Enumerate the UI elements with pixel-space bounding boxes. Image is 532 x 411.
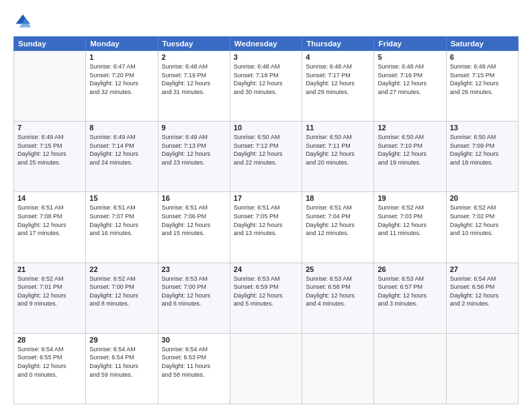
calendar-cell: 23Sunrise: 6:53 AM Sunset: 7:00 PM Dayli… — [158, 263, 230, 333]
calendar-week-row: 14Sunrise: 6:51 AM Sunset: 7:08 PM Dayli… — [14, 192, 519, 263]
calendar-cell: 10Sunrise: 6:50 AM Sunset: 7:12 PM Dayli… — [230, 122, 302, 192]
day-info: Sunrise: 6:48 AM Sunset: 7:17 PM Dayligh… — [306, 62, 370, 96]
weekday-header-wednesday: Wednesday — [230, 37, 302, 51]
day-number: 7 — [17, 124, 82, 132]
calendar-cell: 15Sunrise: 6:51 AM Sunset: 7:07 PM Dayli… — [86, 192, 158, 263]
day-number: 21 — [17, 265, 82, 273]
calendar-cell — [14, 51, 86, 122]
weekday-header-saturday: Saturday — [446, 37, 518, 51]
day-number: 27 — [450, 265, 515, 273]
calendar-week-row: 1Sunrise: 6:47 AM Sunset: 7:20 PM Daylig… — [14, 51, 519, 122]
day-number: 24 — [234, 265, 298, 273]
calendar-header: SundayMondayTuesdayWednesdayThursdayFrid… — [14, 37, 519, 51]
day-info: Sunrise: 6:51 AM Sunset: 7:07 PM Dayligh… — [89, 203, 154, 237]
day-number: 19 — [378, 194, 442, 202]
day-number: 28 — [17, 336, 82, 344]
day-number: 29 — [89, 336, 154, 344]
calendar-cell: 4Sunrise: 6:48 AM Sunset: 7:17 PM Daylig… — [302, 51, 374, 122]
calendar-week-row: 28Sunrise: 6:54 AM Sunset: 6:55 PM Dayli… — [14, 333, 519, 404]
weekday-header-thursday: Thursday — [302, 37, 374, 51]
day-info: Sunrise: 6:53 AM Sunset: 6:59 PM Dayligh… — [234, 275, 298, 308]
calendar-cell: 24Sunrise: 6:53 AM Sunset: 6:59 PM Dayli… — [230, 263, 302, 333]
day-info: Sunrise: 6:53 AM Sunset: 7:00 PM Dayligh… — [162, 275, 226, 308]
calendar-cell — [302, 333, 374, 404]
day-info: Sunrise: 6:51 AM Sunset: 7:05 PM Dayligh… — [234, 203, 298, 237]
calendar-cell: 29Sunrise: 6:54 AM Sunset: 6:54 PM Dayli… — [86, 333, 158, 404]
day-info: Sunrise: 6:50 AM Sunset: 7:11 PM Dayligh… — [306, 133, 370, 167]
day-info: Sunrise: 6:51 AM Sunset: 7:04 PM Dayligh… — [306, 203, 370, 237]
day-number: 1 — [89, 53, 154, 61]
calendar-cell: 13Sunrise: 6:50 AM Sunset: 7:09 PM Dayli… — [446, 122, 518, 192]
logo-icon — [13, 12, 32, 31]
calendar-body: 1Sunrise: 6:47 AM Sunset: 7:20 PM Daylig… — [14, 51, 519, 404]
day-info: Sunrise: 6:53 AM Sunset: 6:58 PM Dayligh… — [306, 275, 370, 308]
day-info: Sunrise: 6:50 AM Sunset: 7:12 PM Dayligh… — [234, 133, 298, 167]
day-info: Sunrise: 6:54 AM Sunset: 6:55 PM Dayligh… — [17, 345, 82, 379]
calendar-cell: 16Sunrise: 6:51 AM Sunset: 7:06 PM Dayli… — [158, 192, 230, 263]
day-number: 17 — [234, 194, 298, 202]
calendar-cell: 25Sunrise: 6:53 AM Sunset: 6:58 PM Dayli… — [302, 263, 374, 333]
calendar-cell: 26Sunrise: 6:53 AM Sunset: 6:57 PM Dayli… — [374, 263, 446, 333]
calendar-cell: 2Sunrise: 6:48 AM Sunset: 7:19 PM Daylig… — [158, 51, 230, 122]
day-info: Sunrise: 6:53 AM Sunset: 6:57 PM Dayligh… — [378, 275, 442, 308]
calendar-cell: 11Sunrise: 6:50 AM Sunset: 7:11 PM Dayli… — [302, 122, 374, 192]
weekday-header-sunday: Sunday — [14, 37, 86, 51]
day-number: 8 — [89, 124, 154, 132]
day-number: 16 — [162, 194, 226, 202]
day-info: Sunrise: 6:54 AM Sunset: 6:53 PM Dayligh… — [162, 345, 226, 379]
day-info: Sunrise: 6:49 AM Sunset: 7:14 PM Dayligh… — [89, 133, 154, 167]
day-number: 6 — [450, 53, 515, 61]
calendar-cell: 3Sunrise: 6:48 AM Sunset: 7:18 PM Daylig… — [230, 51, 302, 122]
day-info: Sunrise: 6:54 AM Sunset: 6:56 PM Dayligh… — [450, 275, 515, 308]
weekday-header-monday: Monday — [86, 37, 158, 51]
day-number: 12 — [378, 124, 442, 132]
day-number: 25 — [306, 265, 370, 273]
weekday-header-tuesday: Tuesday — [158, 37, 230, 51]
day-info: Sunrise: 6:48 AM Sunset: 7:19 PM Dayligh… — [162, 62, 226, 96]
day-number: 18 — [306, 194, 370, 202]
calendar-week-row: 7Sunrise: 6:49 AM Sunset: 7:15 PM Daylig… — [14, 122, 519, 192]
weekday-row: SundayMondayTuesdayWednesdayThursdayFrid… — [14, 37, 519, 51]
day-info: Sunrise: 6:49 AM Sunset: 7:15 PM Dayligh… — [450, 62, 515, 96]
day-info: Sunrise: 6:51 AM Sunset: 7:06 PM Dayligh… — [162, 203, 226, 237]
day-info: Sunrise: 6:52 AM Sunset: 7:03 PM Dayligh… — [378, 203, 442, 237]
day-info: Sunrise: 6:52 AM Sunset: 7:00 PM Dayligh… — [89, 275, 154, 308]
day-info: Sunrise: 6:48 AM Sunset: 7:16 PM Dayligh… — [378, 62, 442, 96]
calendar-table: SundayMondayTuesdayWednesdayThursdayFrid… — [13, 36, 519, 404]
calendar-cell: 17Sunrise: 6:51 AM Sunset: 7:05 PM Dayli… — [230, 192, 302, 263]
day-number: 22 — [89, 265, 154, 273]
calendar-cell — [374, 333, 446, 404]
calendar-cell: 22Sunrise: 6:52 AM Sunset: 7:00 PM Dayli… — [86, 263, 158, 333]
day-info: Sunrise: 6:54 AM Sunset: 6:54 PM Dayligh… — [89, 345, 154, 379]
day-number: 2 — [162, 53, 226, 61]
day-info: Sunrise: 6:49 AM Sunset: 7:13 PM Dayligh… — [162, 133, 226, 167]
calendar-cell: 14Sunrise: 6:51 AM Sunset: 7:08 PM Dayli… — [14, 192, 86, 263]
calendar-cell: 6Sunrise: 6:49 AM Sunset: 7:15 PM Daylig… — [446, 51, 518, 122]
calendar-cell: 5Sunrise: 6:48 AM Sunset: 7:16 PM Daylig… — [374, 51, 446, 122]
day-number: 3 — [234, 53, 298, 61]
day-info: Sunrise: 6:49 AM Sunset: 7:15 PM Dayligh… — [17, 133, 82, 167]
calendar-cell: 27Sunrise: 6:54 AM Sunset: 6:56 PM Dayli… — [446, 263, 518, 333]
logo — [13, 12, 35, 31]
calendar-cell: 19Sunrise: 6:52 AM Sunset: 7:03 PM Dayli… — [374, 192, 446, 263]
day-number: 14 — [17, 194, 82, 202]
day-number: 20 — [450, 194, 515, 202]
page: SundayMondayTuesdayWednesdayThursdayFrid… — [0, 0, 532, 411]
day-number: 10 — [234, 124, 298, 132]
calendar-cell: 20Sunrise: 6:52 AM Sunset: 7:02 PM Dayli… — [446, 192, 518, 263]
day-number: 9 — [162, 124, 226, 132]
day-number: 30 — [162, 336, 226, 344]
day-info: Sunrise: 6:50 AM Sunset: 7:09 PM Dayligh… — [450, 133, 515, 167]
calendar-cell: 1Sunrise: 6:47 AM Sunset: 7:20 PM Daylig… — [86, 51, 158, 122]
calendar-cell: 18Sunrise: 6:51 AM Sunset: 7:04 PM Dayli… — [302, 192, 374, 263]
calendar-week-row: 21Sunrise: 6:52 AM Sunset: 7:01 PM Dayli… — [14, 263, 519, 333]
header — [13, 12, 519, 31]
day-number: 11 — [306, 124, 370, 132]
day-info: Sunrise: 6:52 AM Sunset: 7:02 PM Dayligh… — [450, 203, 515, 237]
day-number: 4 — [306, 53, 370, 61]
calendar-cell: 7Sunrise: 6:49 AM Sunset: 7:15 PM Daylig… — [14, 122, 86, 192]
calendar-cell: 12Sunrise: 6:50 AM Sunset: 7:10 PM Dayli… — [374, 122, 446, 192]
day-number: 26 — [378, 265, 442, 273]
day-number: 13 — [450, 124, 515, 132]
calendar-cell — [230, 333, 302, 404]
